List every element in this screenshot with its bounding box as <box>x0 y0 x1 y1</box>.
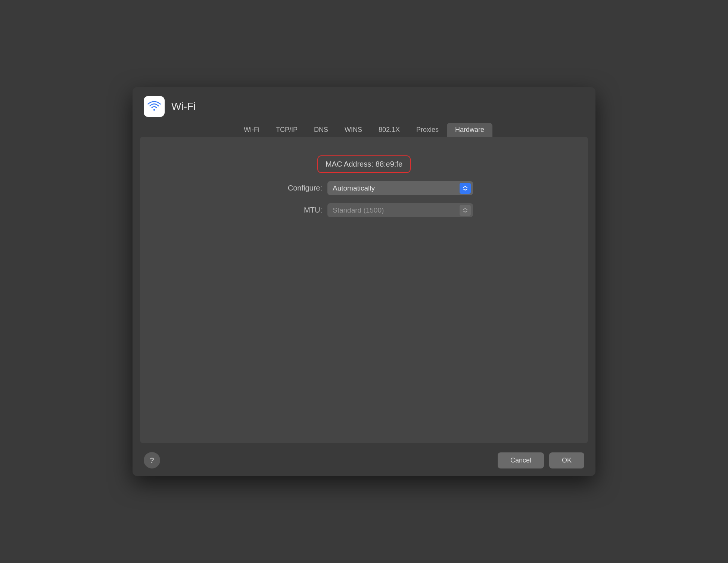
help-button[interactable]: ? <box>144 452 160 468</box>
mac-address-label: MAC Address: <box>326 160 373 168</box>
tab-wifi[interactable]: Wi-Fi <box>236 123 268 137</box>
svg-point-0 <box>153 109 155 111</box>
configure-select[interactable]: Automatically Manually <box>327 181 473 195</box>
tab-proxies[interactable]: Proxies <box>408 123 447 137</box>
configure-row: Configure: Automatically Manually <box>255 181 473 195</box>
action-buttons: Cancel OK <box>498 452 584 468</box>
bottom-bar: ? Cancel OK <box>133 445 595 476</box>
tab-tcpip[interactable]: TCP/IP <box>268 123 306 137</box>
tabs-bar: Wi-Fi TCP/IP DNS WINS 802.1X Proxies Har… <box>133 123 595 137</box>
cancel-button[interactable]: Cancel <box>498 452 544 468</box>
tab-hardware[interactable]: Hardware <box>447 123 492 137</box>
configure-label: Configure: <box>255 184 322 192</box>
mac-address-highlight-box: MAC Address: 88:e9:fe <box>317 155 411 173</box>
content-panel: MAC Address: 88:e9:fe Configure: Automat… <box>140 137 588 443</box>
ok-button[interactable]: OK <box>549 452 584 468</box>
title-bar: Wi-Fi <box>133 87 595 123</box>
mtu-label: MTU: <box>255 206 322 214</box>
mtu-select[interactable]: Standard (1500) Custom <box>327 203 473 217</box>
configure-select-container: Automatically Manually <box>327 181 473 195</box>
mac-address-value: 88:e9:fe <box>376 160 402 168</box>
window-title: Wi-Fi <box>171 100 196 112</box>
wifi-settings-window: Wi-Fi Wi-Fi TCP/IP DNS WINS 802.1X Proxi… <box>133 87 595 476</box>
wifi-app-icon <box>144 96 165 117</box>
tab-dns[interactable]: DNS <box>306 123 336 137</box>
tab-8021x[interactable]: 802.1X <box>370 123 408 137</box>
mac-address-row: MAC Address: 88:e9:fe <box>317 155 411 173</box>
mtu-row: MTU: Standard (1500) Custom <box>255 203 473 217</box>
mtu-select-container: Standard (1500) Custom <box>327 203 473 217</box>
tab-wins[interactable]: WINS <box>336 123 370 137</box>
fields-area: MAC Address: 88:e9:fe Configure: Automat… <box>147 152 581 217</box>
